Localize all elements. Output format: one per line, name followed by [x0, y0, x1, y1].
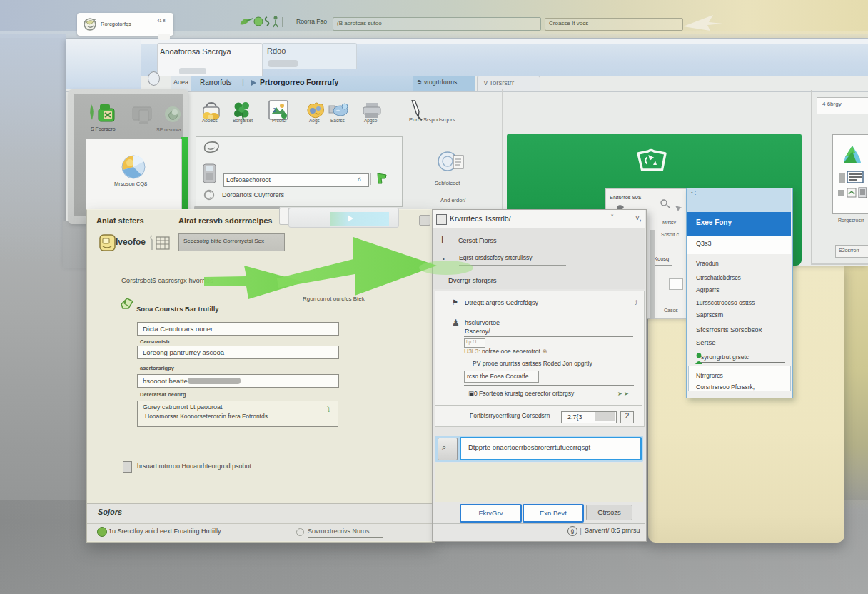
svg-text:2: 2	[273, 106, 276, 114]
